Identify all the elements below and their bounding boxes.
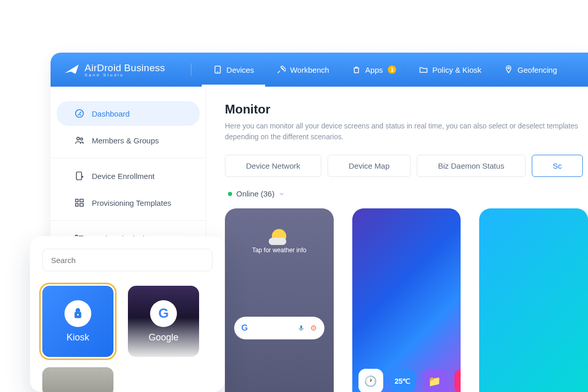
tile-google[interactable]: G Google bbox=[128, 286, 199, 357]
tab-biz-daemon[interactable]: Biz Daemon Status bbox=[417, 155, 525, 177]
logo: AirDroid Business Sand Studio bbox=[64, 62, 165, 77]
online-filter[interactable]: Online (36) bbox=[228, 189, 588, 198]
svg-point-19 bbox=[77, 314, 78, 315]
nav-geofencing-label: Geofencing bbox=[517, 66, 557, 74]
sun-cloud-icon bbox=[272, 229, 286, 243]
app-file-manager: 📁File Manager bbox=[422, 369, 447, 392]
google-g-icon: G bbox=[241, 323, 248, 333]
svg-point-4 bbox=[77, 137, 79, 140]
mic-icon bbox=[298, 324, 305, 332]
svg-point-2 bbox=[508, 68, 510, 69]
app-grid-2: 🕐Clock 25℃Weather 📁File Manager ♪i Music… bbox=[358, 369, 455, 392]
svg-rect-6 bbox=[76, 172, 81, 180]
users-icon bbox=[74, 135, 85, 145]
weather-widget: Tap for weather info bbox=[225, 208, 334, 254]
svg-rect-15 bbox=[300, 325, 302, 329]
nav-policy-label: Policy & Kiosk bbox=[432, 66, 481, 74]
svg-rect-8 bbox=[76, 204, 78, 206]
sidebar-dashboard[interactable]: Dashboard bbox=[57, 101, 200, 126]
header: AirDroid Business Sand Studio Devices Wo… bbox=[51, 53, 588, 87]
weather-icon: 25℃ bbox=[390, 369, 415, 392]
bag-icon bbox=[352, 65, 361, 74]
folder-icon bbox=[419, 65, 428, 74]
online-label: Online (36) bbox=[236, 189, 274, 198]
tile-ceiling[interactable] bbox=[42, 367, 113, 392]
tab-device-network[interactable]: Device Network bbox=[225, 155, 321, 177]
device-add-icon bbox=[74, 171, 85, 181]
kiosk-tiles: Kiosk G Google bbox=[42, 286, 213, 357]
gauge-icon bbox=[74, 108, 85, 119]
templates-icon bbox=[74, 198, 85, 208]
nav-geofencing[interactable]: Geofencing bbox=[493, 53, 568, 87]
svg-point-17 bbox=[313, 327, 315, 329]
sidebar-provisioning[interactable]: Provisioning Templates bbox=[57, 190, 200, 215]
pin-icon bbox=[504, 65, 513, 74]
kiosk-popup: Kiosk G Google bbox=[30, 236, 225, 392]
tile-kiosk-label: Kiosk bbox=[67, 332, 89, 343]
music-icon: ♪ bbox=[454, 369, 461, 392]
nav-devices-label: Devices bbox=[226, 66, 254, 74]
lens-icon bbox=[310, 324, 317, 332]
sidebar-separator bbox=[51, 158, 206, 158]
svg-rect-7 bbox=[76, 199, 78, 202]
google-search-bar: G bbox=[234, 317, 324, 339]
device-screen-3[interactable] bbox=[479, 208, 588, 392]
sidebar-members-label: Members & Groups bbox=[92, 136, 159, 145]
nav-policy[interactable]: Policy & Kiosk bbox=[407, 53, 493, 87]
nav-divider bbox=[191, 63, 191, 76]
app-music: ♪i Music bbox=[454, 369, 461, 392]
tab-screen[interactable]: Sc bbox=[532, 155, 583, 177]
online-dot-icon bbox=[228, 192, 232, 196]
tabs: Device Network Device Map Biz Daemon Sta… bbox=[225, 155, 588, 177]
sidebar-dashboard-label: Dashboard bbox=[92, 109, 129, 118]
tile-google-label: Google bbox=[149, 332, 178, 343]
tile-kiosk[interactable]: Kiosk bbox=[42, 286, 113, 357]
brand-name: AirDroid Business bbox=[85, 62, 165, 73]
top-nav: Devices Workbench Apps 1 Policy & Kiosk … bbox=[202, 53, 568, 87]
page-desc: Here you can monitor all your device scr… bbox=[225, 121, 586, 142]
kiosk-search-input[interactable] bbox=[42, 249, 213, 271]
tools-icon bbox=[276, 65, 286, 74]
clock-icon: 🕐 bbox=[358, 369, 383, 392]
nav-workbench[interactable]: Workbench bbox=[265, 53, 340, 87]
logo-icon bbox=[64, 63, 79, 76]
folder-app-icon: 📁 bbox=[422, 369, 447, 392]
nav-apps-label: Apps bbox=[365, 66, 383, 74]
page-title: Monitor bbox=[225, 102, 588, 117]
app-clock: 🕐Clock bbox=[358, 369, 383, 392]
sidebar-provisioning-label: Provisioning Templates bbox=[92, 199, 171, 207]
chevron-down-icon bbox=[279, 191, 285, 197]
brand-sub: Sand Studio bbox=[85, 73, 165, 77]
svg-rect-10 bbox=[80, 204, 84, 206]
tablet-icon bbox=[213, 65, 222, 74]
nav-apps-badge: 1 bbox=[388, 66, 396, 74]
main: Monitor Here you can monitor all your de… bbox=[206, 87, 588, 392]
weather-text: Tap for weather info bbox=[225, 247, 334, 254]
app-weather: 25℃Weather bbox=[390, 369, 415, 392]
sidebar-enrollment[interactable]: Device Enrollment bbox=[57, 164, 200, 188]
sidebar-separator-2 bbox=[51, 220, 206, 221]
tab-device-map[interactable]: Device Map bbox=[328, 155, 411, 177]
device-screen-1[interactable]: Tap for weather info G 10Calendar ✱Galle… bbox=[225, 208, 334, 392]
nav-workbench-label: Workbench bbox=[290, 66, 329, 74]
sidebar-enrollment-label: Device Enrollment bbox=[92, 172, 155, 181]
device-grid: Tap for weather info G 10Calendar ✱Galle… bbox=[225, 208, 588, 392]
nav-apps[interactable]: Apps 1 bbox=[340, 53, 407, 87]
nav-devices[interactable]: Devices bbox=[202, 53, 265, 87]
svg-point-5 bbox=[80, 138, 83, 140]
device-screen-2[interactable]: 🕐Clock 25℃Weather 📁File Manager ♪i Music… bbox=[352, 208, 461, 392]
google-logo-icon: G bbox=[150, 300, 177, 327]
sidebar-members[interactable]: Members & Groups bbox=[57, 128, 200, 153]
lock-icon bbox=[64, 300, 91, 327]
svg-rect-9 bbox=[80, 199, 84, 202]
